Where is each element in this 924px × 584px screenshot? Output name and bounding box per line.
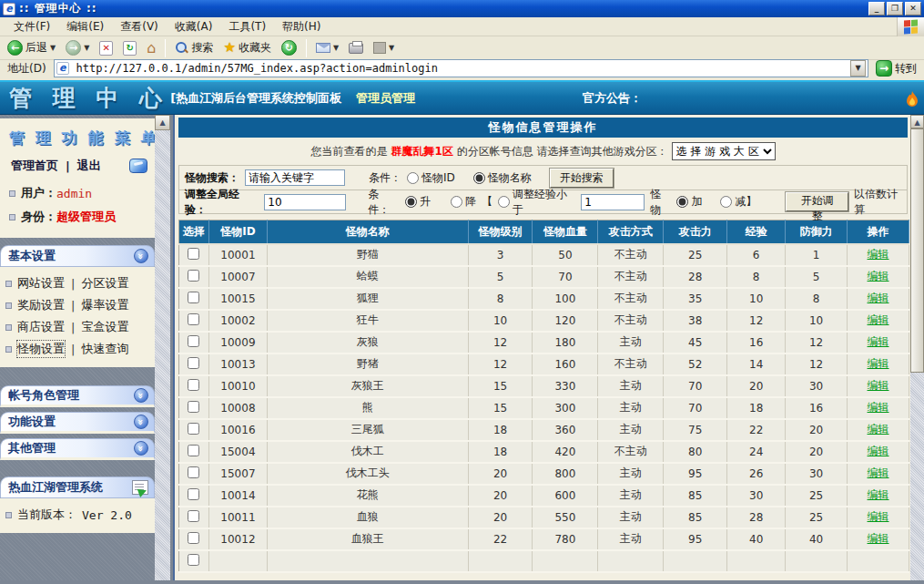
- sidebar-link-box-settings[interactable]: 宝盒设置: [81, 319, 128, 335]
- edit-link[interactable]: 编辑: [868, 510, 889, 523]
- edit-link[interactable]: 编辑: [868, 488, 889, 501]
- radio-add[interactable]: 加: [676, 194, 702, 210]
- sidebar-link-zone-settings[interactable]: 分区设置: [81, 275, 128, 292]
- row-checkbox[interactable]: [188, 313, 199, 325]
- address-dropdown-icon[interactable]: ▼: [850, 60, 866, 77]
- favorites-button[interactable]: ★ 收藏夹: [219, 39, 274, 56]
- section-account-role[interactable]: 帐号角色管理 »: [0, 385, 155, 407]
- section-system-info[interactable]: 热血江湖管理系统: [0, 476, 155, 498]
- menu-edit[interactable]: 编辑(E): [58, 17, 112, 36]
- section-basic-settings[interactable]: 基本设置 »: [0, 245, 155, 267]
- chevron-down-icon[interactable]: »: [134, 249, 148, 263]
- edit-link[interactable]: 编辑: [868, 423, 889, 435]
- exp-threshold-input[interactable]: [581, 194, 645, 210]
- sidebar-link-shop-settings[interactable]: 商店设置: [17, 319, 65, 335]
- edit-link[interactable]: 编辑: [868, 335, 889, 348]
- sidebar-link-monster-settings[interactable]: 怪物设置: [17, 341, 65, 357]
- sidebar-link-site-settings[interactable]: 网站设置: [17, 275, 65, 292]
- edit-link[interactable]: 编辑: [868, 379, 889, 392]
- mail-dropdown-icon[interactable]: ▼: [333, 44, 339, 52]
- refresh-button[interactable]: ↻: [119, 40, 140, 56]
- row-checkbox[interactable]: [188, 532, 199, 544]
- radio-down-input[interactable]: [451, 196, 462, 208]
- menu-view[interactable]: 查看(V): [112, 17, 167, 36]
- close-button[interactable]: ✕: [905, 2, 921, 15]
- start-search-button[interactable]: 开始搜索: [550, 169, 614, 188]
- radio-monster-id[interactable]: 怪物ID: [407, 170, 455, 186]
- keyword-input[interactable]: [245, 169, 345, 186]
- restore-button[interactable]: ❐: [887, 2, 903, 15]
- row-checkbox[interactable]: [188, 510, 199, 522]
- forward-dropdown-icon[interactable]: ▼: [84, 44, 89, 52]
- scroll-up-icon[interactable]: ▲: [910, 115, 924, 128]
- edit-link[interactable]: 编辑: [868, 357, 889, 370]
- menu-help[interactable]: 帮助(H): [274, 17, 329, 36]
- admin-home-link[interactable]: 管理首页: [11, 158, 58, 174]
- start-adjust-button[interactable]: 开始调整: [786, 192, 848, 211]
- edit-link[interactable]: 编辑: [868, 532, 889, 545]
- radio-exp-less-input[interactable]: [498, 196, 510, 208]
- row-checkbox[interactable]: [188, 554, 199, 566]
- row-checkbox[interactable]: [188, 292, 199, 303]
- edit-dropdown-icon[interactable]: ▼: [389, 44, 394, 52]
- radio-monster-id-input[interactable]: [407, 172, 419, 184]
- radio-sub-input[interactable]: [720, 196, 732, 208]
- menu-favorites[interactable]: 收藏(A): [167, 17, 221, 36]
- chevron-down-icon[interactable]: »: [134, 388, 148, 403]
- edit-link[interactable]: 编辑: [868, 313, 889, 326]
- row-checkbox[interactable]: [188, 445, 199, 456]
- radio-exp-less[interactable]: 调整经验小于: [498, 187, 575, 218]
- row-checkbox[interactable]: [188, 248, 199, 260]
- menu-tools[interactable]: 工具(T): [220, 17, 274, 36]
- back-button[interactable]: ← 后退 ▼: [4, 39, 59, 56]
- menu-file[interactable]: 文件(F): [5, 17, 58, 36]
- row-checkbox[interactable]: [188, 488, 199, 500]
- logout-link[interactable]: 退出: [77, 158, 101, 174]
- mail-button[interactable]: ▼: [312, 42, 342, 54]
- stop-button[interactable]: ✕: [96, 40, 117, 56]
- edit-button[interactable]: ▼: [370, 41, 398, 55]
- row-checkbox[interactable]: [188, 379, 199, 391]
- row-checkbox[interactable]: [188, 335, 199, 347]
- forward-button[interactable]: → ▼: [62, 39, 93, 56]
- address-url[interactable]: http://127.0.0.1/admin/57MG_index.asp?ac…: [76, 62, 847, 75]
- print-button[interactable]: [345, 42, 367, 55]
- zone-select[interactable]: 选 择 游 戏 大 区: [672, 142, 776, 160]
- minimize-button[interactable]: _: [868, 2, 885, 15]
- chevron-down-icon[interactable]: »: [134, 415, 148, 429]
- sidebar-link-quick-query[interactable]: 快速查询: [81, 341, 128, 357]
- section-other-management[interactable]: 其他管理 »: [0, 438, 155, 460]
- row-checkbox[interactable]: [188, 466, 199, 478]
- scrollbar-thumb[interactable]: [910, 128, 924, 373]
- edit-link[interactable]: 编辑: [868, 292, 889, 304]
- radio-up-input[interactable]: [405, 196, 417, 208]
- row-checkbox[interactable]: [188, 270, 199, 282]
- section-function-settings[interactable]: 功能设置 »: [0, 412, 155, 434]
- edit-link[interactable]: 编辑: [868, 401, 889, 414]
- edit-link[interactable]: 编辑: [868, 466, 889, 479]
- history-button[interactable]: ↻: [278, 39, 300, 56]
- home-button[interactable]: ⌂: [143, 40, 159, 56]
- radio-down[interactable]: 降: [451, 194, 476, 210]
- row-checkbox[interactable]: [188, 423, 199, 435]
- main-scrollbar[interactable]: ▲: [910, 115, 924, 580]
- row-checkbox[interactable]: [188, 401, 199, 413]
- sidebar-link-droprate-settings[interactable]: 爆率设置: [81, 297, 128, 313]
- go-button[interactable]: → 转到: [872, 60, 920, 77]
- radio-sub[interactable]: 减】: [720, 194, 756, 210]
- radio-add-input[interactable]: [676, 196, 688, 208]
- sidebar-scrollbar[interactable]: ▲: [155, 115, 170, 580]
- exp-multiplier-input[interactable]: [264, 194, 346, 210]
- address-input[interactable]: e http://127.0.0.1/admin/57MG_index.asp?…: [54, 59, 868, 77]
- radio-up[interactable]: 升: [405, 194, 431, 210]
- row-checkbox[interactable]: [188, 357, 199, 369]
- chevron-down-icon[interactable]: »: [134, 441, 148, 456]
- edit-link[interactable]: 编辑: [868, 248, 889, 261]
- radio-monster-name[interactable]: 怪物名称: [473, 170, 532, 186]
- radio-monster-name-input[interactable]: [473, 172, 485, 184]
- scroll-up-icon[interactable]: ▲: [155, 115, 170, 130]
- admin-management-link[interactable]: 管理员管理: [356, 90, 415, 107]
- edit-link[interactable]: 编辑: [868, 445, 889, 457]
- edit-link[interactable]: 编辑: [868, 270, 889, 282]
- search-button[interactable]: 搜索: [171, 39, 217, 56]
